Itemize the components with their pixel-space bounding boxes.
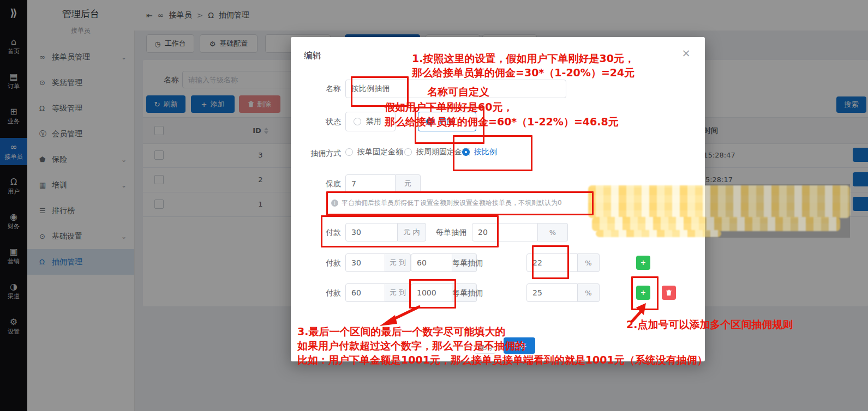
floor-input[interactable] [345, 174, 396, 193]
radio-selected-icon [426, 118, 434, 125]
delete-tier-button[interactable] [662, 286, 676, 300]
tier2-rate-input[interactable] [526, 253, 578, 272]
floor-hint: i 平台抽佣后接单员所得低于设置金额则按设置金额给接单员，不填则默认为0 [331, 198, 562, 208]
rate-label: 每单抽佣 [428, 258, 483, 268]
info-icon: i [331, 200, 338, 207]
status-radio-enabled[interactable]: 启用 [418, 112, 476, 131]
tier1-amount-input[interactable] [345, 223, 398, 241]
tier2-from-input[interactable] [345, 253, 385, 272]
close-icon[interactable]: × [678, 46, 694, 60]
radio-icon [404, 148, 412, 156]
tier3-from-input[interactable] [345, 283, 385, 302]
tier3-percent-suffix: % [578, 283, 600, 302]
add-tier-button[interactable]: + [636, 256, 650, 270]
method-radio-by-ratio[interactable]: 按比例 [462, 147, 497, 157]
tier3-rate-input[interactable] [526, 283, 578, 302]
rate-label: 每单抽佣 [428, 288, 483, 298]
radio-icon [345, 148, 353, 156]
name-input[interactable] [345, 80, 566, 98]
save-button[interactable]: 保存 [504, 337, 535, 354]
method-label: 抽佣方式 [291, 149, 341, 159]
tier1-rate-input[interactable] [472, 223, 538, 241]
cancel-button[interactable]: 取消 [475, 341, 495, 354]
dialog-title: 编辑 [304, 50, 321, 62]
tier3-to-suffix: 元 到 [385, 283, 411, 302]
tier1-percent-suffix: % [538, 223, 568, 241]
add-tier-button[interactable]: + [636, 286, 650, 300]
redaction-dim-patch [705, 184, 850, 238]
rate-label: 每单抽佣 [412, 228, 466, 238]
pay-label: 付款 [291, 228, 341, 238]
radio-selected-icon [462, 148, 470, 156]
tier2-to-suffix: 元 到 [385, 253, 411, 272]
floor-label: 保底 [291, 179, 341, 189]
tier2-percent-suffix: % [578, 253, 600, 272]
method-radio-fixed-per-order[interactable]: 按单固定金额 [345, 147, 403, 157]
radio-icon [354, 118, 361, 125]
status-radio-disabled[interactable]: 禁用 [345, 112, 396, 131]
floor-unit-suffix: 元 [396, 174, 421, 193]
pay-label: 付款 [291, 258, 341, 268]
method-radio-fixed-per-period[interactable]: 按周期固定金额 [404, 147, 470, 157]
name-label: 名称 [291, 84, 341, 94]
pay-label: 付款 [291, 288, 341, 298]
redaction-mosaic [596, 230, 721, 237]
trash-icon [666, 289, 672, 296]
status-label: 状态 [291, 117, 341, 127]
